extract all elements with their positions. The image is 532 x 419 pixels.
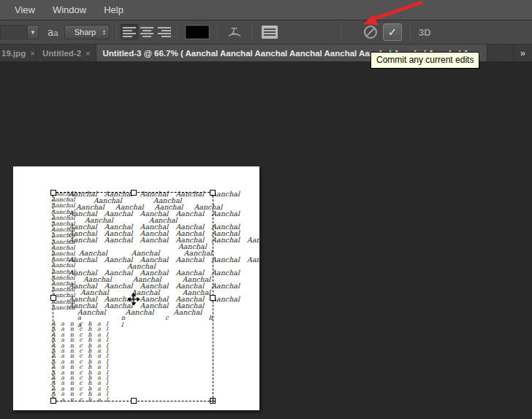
cancel-edits-icon[interactable] (364, 26, 377, 39)
text-color-swatch[interactable] (186, 26, 209, 39)
transform-handle-top-center[interactable] (131, 190, 137, 196)
divider (217, 24, 218, 40)
transform-handle-bottom-right[interactable] (210, 398, 216, 404)
toggle-panels-icon[interactable] (262, 26, 278, 39)
align-right-button[interactable] (156, 24, 173, 40)
divider (251, 24, 252, 40)
divider (341, 24, 341, 40)
anti-alias-icon: aa (48, 26, 58, 38)
transform-handle-bottom-center[interactable] (131, 398, 137, 404)
font-size-combo[interactable]: ▼ (0, 25, 39, 39)
tab-overflow-chevron-icon[interactable]: » (513, 45, 532, 61)
anti-alias-method-select[interactable]: Sharp ▲ ▼ (64, 25, 110, 39)
stepper-arrows-icon: ▲ ▼ (102, 29, 106, 35)
close-icon[interactable]: × (30, 49, 34, 58)
menu-view[interactable]: View (6, 0, 44, 20)
3d-label[interactable]: 3D (419, 27, 431, 38)
menu-bar: View Window Help (0, 0, 532, 20)
type-options-bar: ▼ aa Sharp ▲ ▼ T ✓ 3D (0, 20, 532, 45)
transform-bounding-box[interactable] (53, 192, 213, 401)
warp-text-icon[interactable]: T (226, 24, 243, 40)
align-left-button[interactable] (121, 24, 138, 40)
tab-untitled-2[interactable]: Untitled-2 × (37, 45, 96, 61)
move-cursor-icon (128, 293, 140, 308)
divider (410, 24, 411, 40)
divider (177, 24, 178, 40)
chevron-down-icon[interactable]: ▼ (27, 25, 39, 39)
tooltip-commit-edits: Commit any current edits (370, 52, 479, 69)
transform-handle-bottom-left[interactable] (50, 398, 56, 404)
menu-window[interactable]: Window (44, 0, 95, 20)
commit-edits-button[interactable]: ✓ (383, 23, 402, 41)
close-icon[interactable]: × (86, 49, 90, 58)
anti-alias-method-value: Sharp (68, 28, 102, 36)
divider (116, 24, 117, 40)
align-center-button[interactable] (138, 24, 156, 40)
tab-19jpg[interactable]: 19.jpg × (0, 45, 37, 61)
document-canvas[interactable]: AanchalAanchalAanchalAanchalAanchalAanch… (13, 166, 259, 410)
transform-handle-top-left[interactable] (50, 190, 56, 196)
transform-handle-middle-left[interactable] (50, 295, 56, 301)
transform-handle-middle-right[interactable] (210, 295, 216, 301)
menu-help[interactable]: Help (95, 0, 132, 20)
work-area: AanchalAanchalAanchalAanchalAanchalAanch… (0, 62, 532, 419)
font-size-input[interactable] (0, 25, 27, 39)
transform-handle-top-right[interactable] (210, 190, 216, 196)
